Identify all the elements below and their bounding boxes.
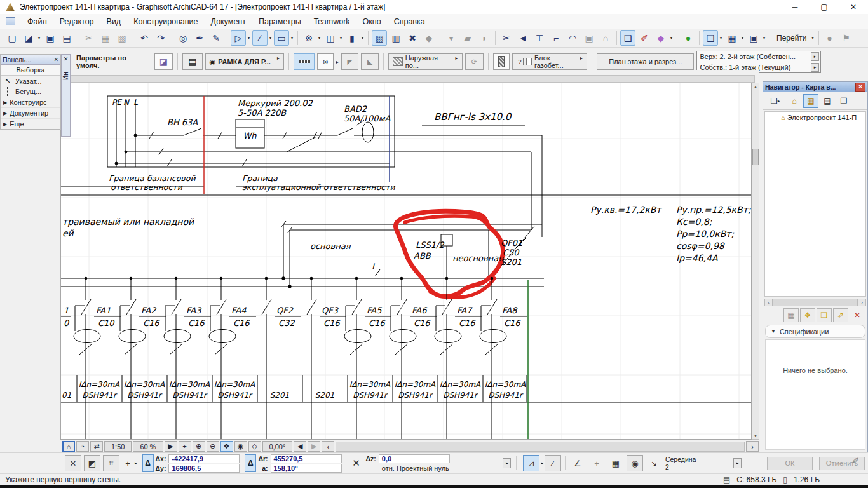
ref-expand-button[interactable]: ▸ xyxy=(503,458,511,468)
rotation-angle[interactable]: 0,00° xyxy=(262,441,293,452)
frame-select-icon[interactable]: ❑ xyxy=(620,30,635,46)
favorites-button[interactable]: ◉ РАМКА ДЛЯ Р... ▸ xyxy=(205,53,284,70)
add-button[interactable]: + xyxy=(122,455,133,471)
scroll-down-icon[interactable]: ▼ xyxy=(752,432,759,439)
stretch-tool-icon[interactable]: ▣ xyxy=(581,30,597,46)
hscroll-track[interactable] xyxy=(336,442,745,452)
wall-button[interactable] xyxy=(493,53,510,70)
layout-book-icon[interactable]: ▤ xyxy=(820,94,835,108)
morph-tool-dropdown-icon[interactable]: ▾ xyxy=(668,35,674,41)
open-file-icon[interactable]: ◪ xyxy=(21,30,36,46)
snap-expand-button[interactable]: ▸ xyxy=(733,458,742,468)
split-tool-icon[interactable]: ✂ xyxy=(499,30,514,46)
tree-item-project[interactable]: ···· ⌂ Электропроект 141-П xyxy=(765,112,865,121)
dropdown-icon[interactable]: ▸ xyxy=(336,59,339,65)
dx-field[interactable]: -422417,9 xyxy=(168,454,240,463)
project-map-icon[interactable]: ⌂ xyxy=(787,94,802,108)
dimensions-icon[interactable]: ▥ xyxy=(388,30,403,46)
offset-snap-icon[interactable]: + xyxy=(588,455,605,471)
window-select-icon[interactable]: ❑ xyxy=(703,30,718,46)
expand-icon[interactable]: ▸ xyxy=(135,461,137,466)
grid-snap-icon[interactable]: ▦ xyxy=(607,455,624,471)
image-view-icon[interactable]: ▦ xyxy=(724,30,740,46)
menu-options[interactable]: Параметры xyxy=(252,15,308,29)
new-file-icon[interactable]: ▢ xyxy=(4,30,20,46)
pick-up-parameters-icon[interactable]: ✒ xyxy=(192,30,207,46)
infobox-close-icon[interactable]: ✕ xyxy=(64,55,69,64)
document-icon[interactable] xyxy=(6,17,15,25)
profiles-icon[interactable]: ▮ xyxy=(344,30,360,46)
orbit-icon[interactable]: ◇ xyxy=(248,441,261,452)
corner-tool-icon[interactable]: ⌐ xyxy=(548,30,564,46)
dy-field[interactable]: 169806,5 xyxy=(168,464,240,473)
zoom-level[interactable]: 60 % xyxy=(133,441,163,452)
menu-design[interactable]: Конструирование xyxy=(127,15,204,29)
profiles-dropdown-icon[interactable]: ▾ xyxy=(360,35,365,41)
image-view-dropdown-icon[interactable]: ▾ xyxy=(740,35,745,41)
pan-hand-icon[interactable]: ❖ xyxy=(220,441,233,452)
own-expand-button[interactable]: ▸ xyxy=(811,63,819,72)
group-more[interactable]: ▶ Еще xyxy=(1,118,60,129)
rotate-fill-button[interactable]: ⟳ xyxy=(465,53,484,70)
scale-button[interactable]: 1:50 xyxy=(104,441,132,452)
snap-grid-dropdown-icon[interactable]: ▾ xyxy=(316,35,322,41)
find-select-icon[interactable]: ◎ xyxy=(175,30,191,46)
drawing-canvas[interactable]: PE N L ВН 63А Меркурий 200.02 5-50А 220В… xyxy=(60,83,752,440)
ok-button[interactable]: ОК xyxy=(767,457,813,470)
bold-x-icon[interactable]: ✖ xyxy=(405,30,420,46)
snap-grid-icon[interactable]: ※ xyxy=(301,30,316,46)
group-document[interactable]: ▶ Документир xyxy=(1,107,60,118)
new-viewpoint-button[interactable]: ❖ xyxy=(800,308,815,322)
dr-field[interactable]: 455270,5 xyxy=(271,454,342,463)
wall-end-icon[interactable]: ◆ xyxy=(421,30,437,46)
pan-mode-icon[interactable]: ⇄ xyxy=(90,441,103,452)
marquee-tool-icon[interactable]: ▭ xyxy=(274,30,289,46)
toolbox-header[interactable]: Панель... ✕ xyxy=(1,55,60,65)
fillet-tool-icon[interactable]: ◠ xyxy=(565,30,580,46)
navigator-close-button[interactable]: ✕ xyxy=(855,83,865,92)
save-view-button[interactable]: ⇗ xyxy=(833,308,848,322)
tool-pointer[interactable]: ↖ Указат... xyxy=(1,76,60,86)
menu-teamwork[interactable]: Teamwork xyxy=(308,15,356,29)
defaults-folder-button[interactable]: ◪ xyxy=(154,53,173,70)
zoom-in-icon[interactable]: ⊕ xyxy=(193,441,205,452)
layout-view-icon[interactable]: ▣ xyxy=(746,30,761,46)
arc-button[interactable]: ⊚ xyxy=(317,53,334,70)
print-icon[interactable]: ▤ xyxy=(59,30,74,46)
delete-button[interactable]: ✕ xyxy=(850,308,865,322)
navigator-header[interactable]: Навигатор - Карта в... ✕ xyxy=(763,82,867,92)
arrow-tool-dropdown-icon[interactable]: ▾ xyxy=(246,35,252,41)
scroll-right-icon[interactable]: › xyxy=(746,441,759,452)
z-axis-icon[interactable]: ✕ xyxy=(348,455,365,471)
layers-dropdown-icon[interactable]: ▾ xyxy=(338,35,344,41)
nav-scroll-right-icon[interactable]: › xyxy=(858,299,866,306)
new-folder-button[interactable]: ❏ xyxy=(817,308,832,322)
tool-marquee[interactable]: Бегущ... xyxy=(1,86,60,97)
render-icon[interactable]: ● xyxy=(681,30,696,46)
scroll-left-icon[interactable]: ‹ xyxy=(322,441,334,452)
roof-tool-icon[interactable]: ▰ xyxy=(460,30,475,46)
teamwork-globe-icon[interactable]: ● xyxy=(822,30,837,46)
trim-tool-icon[interactable]: ∕ xyxy=(252,30,268,46)
marker2-button[interactable]: ◣ xyxy=(361,53,379,70)
vertical-scrollbar[interactable]: ▲ ▼ xyxy=(752,83,759,440)
zoom-toggle-icon[interactable]: ± xyxy=(179,441,191,452)
menu-edit[interactable]: Редактор xyxy=(53,15,100,29)
cursor-snap-button[interactable]: ⊿ xyxy=(523,455,539,471)
annotate-pen-icon[interactable]: ✐ xyxy=(637,30,652,46)
magnet-snap-icon[interactable]: ◉ xyxy=(627,455,643,471)
top-scrollbar[interactable]: ◀ xyxy=(60,75,755,83)
copy-icon[interactable]: ▦ xyxy=(98,30,113,46)
toolbox-close-icon[interactable]: ✕ xyxy=(53,57,58,63)
favorites-hatch-icon[interactable]: ▨ xyxy=(372,30,387,46)
snap-line-button[interactable]: ∕ xyxy=(545,455,561,471)
previous-view-icon[interactable]: ◀ xyxy=(294,441,306,452)
arrow-tool-icon[interactable]: ▷ xyxy=(231,30,246,46)
view-combo-button[interactable]: План этажа и разрез... xyxy=(597,53,694,70)
expand-icon[interactable]: ▶ xyxy=(165,441,177,452)
navigator-hscrollbar[interactable]: ‹ › xyxy=(764,298,866,307)
window-select-dropdown-icon[interactable]: ▾ xyxy=(718,35,724,41)
tracker-close-button[interactable]: ✕ xyxy=(65,455,81,471)
angle-snap-icon[interactable]: ∠ xyxy=(569,455,586,471)
menu-window[interactable]: Окно xyxy=(356,15,388,29)
